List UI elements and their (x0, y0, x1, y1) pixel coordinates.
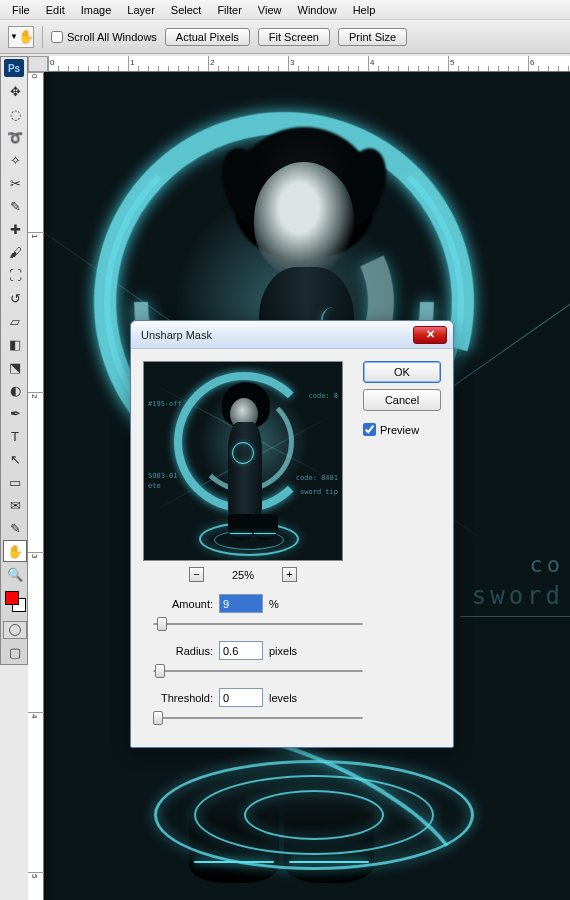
marquee-tool[interactable]: ◌ (3, 103, 27, 125)
callout-label: #195-off (148, 400, 182, 408)
callout-label: sword tip (300, 488, 338, 496)
eyedropper-tool[interactable]: ✎ (3, 195, 27, 217)
fit-screen-button[interactable]: Fit Screen (258, 28, 330, 46)
zoom-out-button[interactable]: − (189, 567, 204, 582)
figure-body (228, 422, 262, 517)
path-select-tool[interactable]: ↖ (3, 448, 27, 470)
close-button[interactable]: ✕ (413, 326, 447, 344)
history-brush-tool[interactable]: ↺ (3, 287, 27, 309)
eyedropper2-tool[interactable]: ✎ (3, 517, 27, 539)
slider-thumb[interactable] (155, 664, 165, 678)
radius-input[interactable] (219, 641, 263, 660)
divider (42, 26, 43, 48)
type-tool[interactable]: T (3, 425, 27, 447)
callout-label: ete (148, 482, 161, 490)
zoom-controls: − 25% + (143, 567, 343, 582)
tools-panel: Ps ✥◌➰✧✂✎✚🖌⛶↺▱◧⬔◐✒T↖▭✉✎✋🔍 ▢ (0, 56, 28, 665)
color-swatches[interactable] (3, 589, 25, 617)
radius-label: Radius: (143, 645, 219, 657)
slider-thumb[interactable] (153, 711, 163, 725)
screen-mode-button[interactable]: ▢ (3, 641, 27, 663)
figure-boot (228, 514, 254, 540)
menu-view[interactable]: View (250, 2, 290, 18)
callout-label: 5903-01 (148, 472, 178, 480)
hand-tool-icon[interactable]: ▼ (8, 26, 34, 48)
canvas-text-underline (460, 616, 570, 617)
magic-wand-tool[interactable]: ✧ (3, 149, 27, 171)
threshold-input[interactable] (219, 688, 263, 707)
amount-slider[interactable] (153, 615, 363, 633)
options-bar: ▼ Scroll All Windows Actual Pixels Fit S… (0, 20, 570, 54)
shape-tool[interactable]: ▭ (3, 471, 27, 493)
brush-tool[interactable]: 🖌 (3, 241, 27, 263)
callout-label: code: 8481 (296, 474, 338, 482)
clone-stamp-tool[interactable]: ⛶ (3, 264, 27, 286)
preview-checkbox[interactable]: Preview (363, 423, 441, 436)
eraser-tool[interactable]: ▱ (3, 310, 27, 332)
threshold-slider[interactable] (153, 709, 363, 727)
ruler-origin[interactable] (28, 56, 48, 72)
dodge-tool[interactable]: ◐ (3, 379, 27, 401)
amount-input[interactable] (219, 594, 263, 613)
radius-row: Radius: pixels (143, 641, 353, 660)
lasso-tool[interactable]: ➰ (3, 126, 27, 148)
dialog-title: Unsharp Mask (141, 329, 413, 341)
ruler-horizontal[interactable]: 0123456 (48, 56, 570, 72)
zoom-in-button[interactable]: + (282, 567, 297, 582)
ok-button[interactable]: OK (363, 361, 441, 383)
radius-slider[interactable] (153, 662, 363, 680)
cancel-button[interactable]: Cancel (363, 389, 441, 411)
platform-rings (154, 760, 474, 870)
figure-head (254, 162, 354, 277)
menu-edit[interactable]: Edit (38, 2, 73, 18)
gradient-tool[interactable]: ◧ (3, 333, 27, 355)
figure-boot (252, 514, 278, 540)
foreground-color-swatch[interactable] (5, 591, 19, 605)
slider-track (153, 717, 363, 719)
pen-tool[interactable]: ✒ (3, 402, 27, 424)
dialog-body: #195-off 5903-01 ete code: 8 code: 8481 … (131, 349, 453, 747)
dialog-titlebar[interactable]: Unsharp Mask ✕ (131, 321, 453, 349)
ps-logo-icon[interactable]: Ps (4, 59, 24, 77)
slider-track (153, 670, 363, 672)
print-size-button[interactable]: Print Size (338, 28, 407, 46)
menu-select[interactable]: Select (163, 2, 210, 18)
unsharp-mask-dialog: Unsharp Mask ✕ #195-off 5903-01 ete code… (130, 320, 454, 748)
zoom-level: 25% (226, 569, 260, 581)
chevron-down-icon: ▼ (10, 32, 18, 41)
canvas-shadow (44, 72, 54, 900)
hand-tool[interactable]: ✋ (3, 540, 27, 562)
slider-thumb[interactable] (157, 617, 167, 631)
close-icon: ✕ (426, 328, 435, 341)
filter-controls: Amount: % Radius: pixels Threshold: lev (143, 594, 353, 727)
quick-mask-toggle[interactable] (3, 621, 27, 639)
threshold-unit: levels (269, 692, 297, 704)
blur-tool[interactable]: ⬔ (3, 356, 27, 378)
scroll-all-checkbox-input[interactable] (51, 31, 63, 43)
crop-tool[interactable]: ✂ (3, 172, 27, 194)
zoom-tool[interactable]: 🔍 (3, 563, 27, 585)
canvas-text-sword: sword (472, 582, 564, 610)
menu-help[interactable]: Help (345, 2, 384, 18)
scroll-all-label: Scroll All Windows (67, 31, 157, 43)
menu-window[interactable]: Window (290, 2, 345, 18)
amount-label: Amount: (143, 598, 219, 610)
amount-unit: % (269, 598, 279, 610)
preview-thumbnail[interactable]: #195-off 5903-01 ete code: 8 code: 8481 … (143, 361, 343, 561)
move-tool[interactable]: ✥ (3, 80, 27, 102)
menu-file[interactable]: File (4, 2, 38, 18)
suit-glow-ring (232, 442, 254, 464)
actual-pixels-button[interactable]: Actual Pixels (165, 28, 250, 46)
menu-bar: File Edit Image Layer Select Filter View… (0, 0, 570, 20)
threshold-row: Threshold: levels (143, 688, 353, 707)
ruler-vertical[interactable]: 012345 (28, 72, 44, 900)
threshold-label: Threshold: (143, 692, 219, 704)
scroll-all-windows-checkbox[interactable]: Scroll All Windows (51, 31, 157, 43)
amount-row: Amount: % (143, 594, 353, 613)
healing-brush-tool[interactable]: ✚ (3, 218, 27, 240)
preview-checkbox-input[interactable] (363, 423, 376, 436)
notes-tool[interactable]: ✉ (3, 494, 27, 516)
menu-image[interactable]: Image (73, 2, 120, 18)
menu-filter[interactable]: Filter (209, 2, 249, 18)
menu-layer[interactable]: Layer (119, 2, 163, 18)
